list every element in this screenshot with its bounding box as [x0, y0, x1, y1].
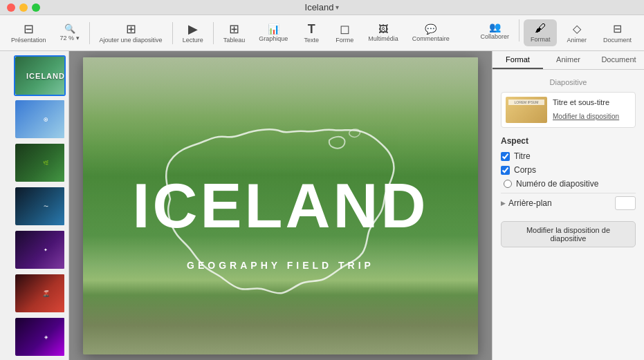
format-label: Format [531, 36, 551, 43]
maximize-button[interactable] [32, 3, 40, 12]
titlebar: Iceland ▾ [0, 0, 644, 15]
slide-title: ICELAND [133, 175, 429, 237]
comment-icon: 💬 [425, 24, 436, 34]
checkbox-titre[interactable] [501, 152, 510, 161]
thumb-5-text: ✦ [44, 247, 48, 253]
right-panel-content: Diapositive LOREM IPSUM Titre et sous-ti… [493, 70, 644, 360]
toolbar-sep-1 [89, 22, 90, 44]
zoom-label: 72 % ▾ [60, 35, 80, 41]
table-icon: ⊞ [229, 23, 239, 35]
checkbox-titre-label: Titre [514, 151, 531, 161]
toolbar-presentation[interactable]: ⊟ Présentation [6, 20, 52, 46]
media-label: Multimédia [368, 35, 398, 42]
add-slide-icon: ⊞ [126, 23, 136, 35]
toolbar-zoom[interactable]: 🔍 72 % ▾ [55, 21, 85, 44]
radio-num-label: Numéro de diapositive [516, 179, 598, 189]
chart-label: Graphique [259, 35, 288, 42]
slide-thumb-3[interactable]: 🌿 [14, 142, 66, 183]
right-tab-animate[interactable]: Animer [543, 51, 594, 69]
layout-info: Titre et sous-titre Modifier la disposit… [553, 98, 631, 122]
slide-thumb-6[interactable]: 🌋 [14, 273, 66, 314]
toolbar-sep-3 [213, 22, 214, 44]
thumb-2-text: ◎ [44, 117, 48, 122]
tab-document[interactable]: ⊟ Document [596, 19, 638, 46]
table-label: Tableau [223, 37, 246, 44]
toolbar-shape[interactable]: ◻ Forme [329, 20, 360, 46]
toolbar-add-slide[interactable]: ⊞ Ajouter une diapositive [94, 20, 168, 46]
slide-4-wrapper: 4 〜 [3, 186, 66, 227]
layout-preview: LOREM IPSUM Titre et sous-titre Modifier… [501, 92, 636, 128]
slide-thumb-4[interactable]: 〜 [14, 186, 66, 227]
slide-thumb-5-inner: ✦ [15, 231, 66, 269]
slide-panel: 1 ICELAND 2 ◎ 3 🌿 4 [0, 51, 69, 360]
checkbox-titre-row: Titre [501, 151, 636, 161]
radio-num-diapo[interactable] [504, 180, 512, 188]
thumb-7-text: ◈ [44, 334, 48, 340]
right-tab-document[interactable]: Document [594, 51, 644, 69]
toolbar: ⊟ Présentation 🔍 72 % ▾ ⊞ Ajouter une di… [0, 15, 644, 51]
slide-thumb-1-inner: ICELAND [15, 57, 66, 95]
modify-layout-button[interactable]: Modifier la disposition [553, 113, 619, 120]
toolbar-comment[interactable]: 💬 Commentaire [407, 21, 455, 45]
add-slide-label: Ajouter une diapositive [100, 37, 163, 44]
radio-numslide-row: Numéro de diapositive [504, 179, 636, 189]
title-chevron[interactable]: ▾ [335, 3, 339, 11]
toolbar-right: 👥 Collaborer 🖌 Format ◇ Animer ⊟ Documen… [475, 19, 638, 46]
toolbar-chart[interactable]: 📊 Graphique [253, 21, 293, 45]
checkbox-corps[interactable] [501, 166, 510, 175]
shape-label: Forme [335, 37, 353, 44]
thumb-1-text: ICELAND [26, 72, 65, 80]
slide-thumb-1[interactable]: ICELAND [14, 55, 66, 96]
layout-thumb-text: LOREM IPSUM [508, 100, 544, 105]
slide-2-wrapper: 2 ◎ [3, 99, 66, 140]
background-label: Arrière-plan [508, 198, 552, 208]
text-label: Texte [304, 37, 319, 44]
close-button[interactable] [7, 3, 15, 12]
presentation-icon: ⊟ [24, 23, 34, 35]
layout-name: Titre et sous-titre [553, 98, 631, 106]
text-icon: T [308, 23, 315, 35]
right-tab-format[interactable]: Format [493, 51, 543, 69]
minimize-button[interactable] [19, 3, 28, 12]
format-icon: 🖌 [535, 22, 546, 35]
thumb-6-text: 🌋 [42, 290, 50, 297]
toolbar-collaborate[interactable]: 👥 Collaborer [475, 19, 515, 46]
background-row[interactable]: ▶ Arrière-plan [501, 193, 636, 213]
thumb-4-text: 〜 [44, 203, 48, 210]
aspect-section-header: Aspect [501, 136, 636, 146]
disclosure-arrow-icon: ▶ [501, 200, 506, 207]
slide-thumb-7-inner: ◈ [15, 318, 66, 356]
slide-title-text: ICELAND [133, 171, 429, 240]
toolbar-table[interactable]: ⊞ Tableau [218, 20, 251, 46]
thumb-3-text: 🌿 [43, 160, 49, 166]
modify-slide-layout-button[interactable]: Modifier la disposition de diapositive [501, 221, 636, 247]
canvas-area[interactable]: ICELAND GEOGRAPHY FIELD TRIP [69, 51, 492, 360]
document-icon: ⊟ [613, 22, 622, 35]
collaborate-icon: 👥 [489, 22, 501, 32]
slide-canvas: ICELAND GEOGRAPHY FIELD TRIP [83, 57, 478, 354]
slide-thumb-2[interactable]: ◎ [14, 99, 66, 140]
tab-animate[interactable]: ◇ Animer [560, 19, 594, 46]
background-swatch[interactable] [615, 196, 636, 210]
toolbar-media[interactable]: 🖼 Multimédia [362, 21, 404, 45]
slide-subtitle-text: GEOGRAPHY FIELD TRIP [187, 260, 374, 271]
presentation-label: Présentation [11, 37, 46, 44]
title-text: Iceland [305, 2, 334, 12]
slide-thumb-6-inner: 🌋 [15, 274, 66, 312]
toolbar-play[interactable]: ▶ Lecture [177, 20, 209, 46]
tab-format[interactable]: 🖌 Format [524, 19, 558, 46]
toolbar-text[interactable]: T Texte [296, 20, 326, 46]
window-controls [7, 3, 40, 12]
toolbar-sep-4 [519, 19, 519, 41]
slide-1-wrapper: 1 ICELAND [3, 55, 66, 96]
slide-3-wrapper: 3 🌿 [3, 142, 66, 183]
slide-thumb-2-inner: ◎ [15, 100, 66, 138]
window-title: Iceland ▾ [305, 2, 340, 12]
right-panel: Format Animer Document Diapositive LOREM… [492, 51, 644, 360]
slide-thumb-7[interactable]: ◈ [14, 316, 66, 357]
slide-subtitle: GEOGRAPHY FIELD TRIP [187, 260, 374, 271]
slide-thumb-5[interactable]: ✦ [14, 229, 66, 270]
document-label: Document [603, 37, 632, 44]
media-icon: 🖼 [378, 24, 388, 34]
layout-thumbnail: LOREM IPSUM [506, 97, 547, 123]
